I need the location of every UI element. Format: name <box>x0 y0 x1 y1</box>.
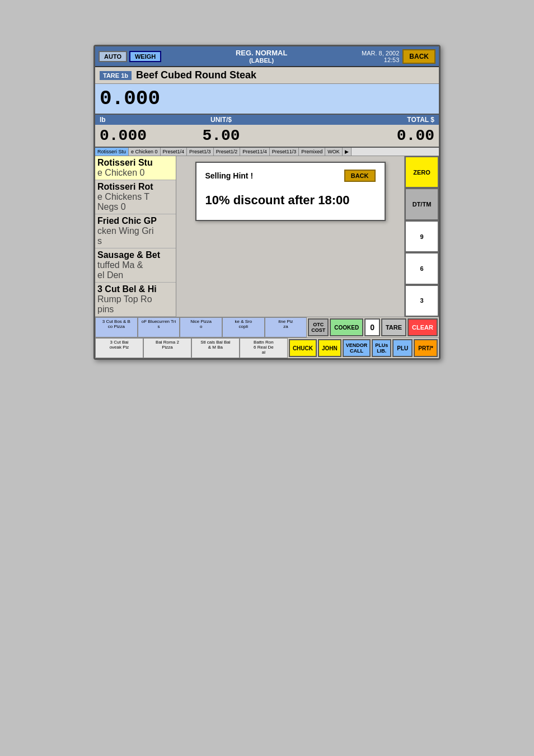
list-item[interactable]: Bal Roma 2Pizza <box>143 338 191 358</box>
list-item[interactable]: Stl cals Bal Bal& M Ba <box>191 338 240 358</box>
back-button-top[interactable]: BACK <box>402 49 435 64</box>
content-area: Rotisseri Stu e Chicken 0 Rotisseri Rot … <box>95 156 439 317</box>
item-name: Rotisseri Rot <box>97 182 174 192</box>
bottom-row-1: 3 Cut Bos & Bco Pizza oF Bluecurren Tris… <box>95 317 439 337</box>
unit-total-header: lb UNIT/$ TOTAL $ <box>95 115 439 125</box>
preset-tab-7[interactable]: Premixed <box>299 148 325 156</box>
unit-total-values: 0.000 5.00 0.00 <box>95 125 439 148</box>
total-value: 0.00 <box>292 127 434 144</box>
bottom-row2-products: 3 Cut Baioveak Piz Bal Roma 2Pizza Stl c… <box>95 338 288 358</box>
item-detail: e Chicken 0 <box>97 168 174 178</box>
preset-tab-2[interactable]: Preset1/4 <box>161 148 188 156</box>
product-name: Beef Cubed Round Steak <box>136 69 434 81</box>
tare-button[interactable]: TARE <box>381 318 406 336</box>
item-name: 3 Cut Bel & Hi <box>97 284 174 294</box>
otc-cost-button[interactable]: OTCCOST <box>308 318 329 336</box>
prt-button[interactable]: PRT/* <box>414 339 438 357</box>
john-button[interactable]: JOHN <box>318 339 341 357</box>
preset-tab-9[interactable]: ▶ <box>343 148 352 156</box>
date-label: MAR. 8, 2002 <box>362 50 399 57</box>
tare-label: TARE 1b <box>100 71 132 80</box>
bottom-row2-action-btns: CHUCK JOHN VENDORCALL PLUsLIB. PLU PRT/* <box>288 338 439 358</box>
list-item[interactable]: itne Pizza <box>265 317 307 337</box>
clear-button[interactable]: CLEAR <box>407 318 438 336</box>
chuck-button[interactable]: CHUCK <box>289 339 317 357</box>
zero-button[interactable]: ZERO <box>405 156 439 188</box>
mode-buttons: AUTO WEIGH <box>99 51 161 62</box>
lb-value: 0.000 <box>100 127 150 144</box>
total-header: TOTAL $ <box>292 116 434 124</box>
preset-tab-6[interactable]: Preset11/3 <box>270 148 299 156</box>
list-item[interactable]: Sausage & Bet tuffed Ma &el Den <box>95 248 176 283</box>
lb-header: lb <box>100 116 150 124</box>
modal-overlay: Selling Hint ! BACK 10% discount after 1… <box>176 156 404 317</box>
right-buttons-column: ZERO DT/TM 9 6 3 <box>404 156 439 317</box>
item-name: Sausage & Bet <box>97 250 174 260</box>
mode-label: REG. NORMAL <box>236 49 287 57</box>
mode-display: REG. NORMAL (LABEL) <box>236 49 287 64</box>
num3-button[interactable]: 3 <box>405 285 439 317</box>
item-detail: cken Wing Gris <box>97 226 174 246</box>
list-item[interactable]: Rotisseri Rot e Chickens TNegs 0 <box>95 180 176 214</box>
list-item[interactable]: 3 Cut Bos & Bco Pizza <box>95 317 138 337</box>
preset-tab-8[interactable]: WOK <box>325 148 343 156</box>
date-time-display: MAR. 8, 2002 12:53 <box>362 50 399 63</box>
num6-button[interactable]: 6 <box>405 252 439 284</box>
dtm-button[interactable]: DT/TM <box>405 188 439 220</box>
list-item[interactable]: 3 Cut Bel & Hi Rump Top Ropins <box>95 283 176 317</box>
bottom-row-2: 3 Cut Baioveak Piz Bal Roma 2Pizza Stl c… <box>95 337 439 358</box>
plu-button[interactable]: PLU <box>392 339 413 357</box>
selling-hint-modal: Selling Hint ! BACK 10% discount after 1… <box>195 162 386 221</box>
time-label: 12:53 <box>362 57 399 63</box>
preset-tab-3[interactable]: Preset1/3 <box>187 148 214 156</box>
cooked-button[interactable]: COOKED <box>330 318 363 336</box>
preset-tab-1[interactable]: e Chicken 0 <box>129 148 161 156</box>
vendor-call-button[interactable]: VENDORCALL <box>343 339 371 357</box>
preset-tab-4[interactable]: Preset1/2 <box>214 148 241 156</box>
item-detail: tuffed Ma &el Den <box>97 260 174 280</box>
modal-content: 10% discount after 18:00 <box>205 187 376 213</box>
top-right: MAR. 8, 2002 12:53 BACK <box>362 49 435 64</box>
item-detail: e Chickens TNegs 0 <box>97 192 174 212</box>
scale-terminal: AUTO WEIGH REG. NORMAL (LABEL) MAR. 8, 2… <box>93 45 441 360</box>
list-item[interactable]: Rotisseri Stu e Chicken 0 <box>95 156 176 180</box>
list-item[interactable]: Fried Chic GP cken Wing Gris <box>95 214 176 248</box>
item-name: Rotisseri Stu <box>97 158 174 168</box>
preset-tab-0[interactable]: Rotisseri Stu <box>95 148 129 156</box>
top-bar: AUTO WEIGH REG. NORMAL (LABEL) MAR. 8, 2… <box>95 46 439 67</box>
list-item[interactable]: oF Bluecurren Tris <box>138 317 180 337</box>
mode-sub-label: (LABEL) <box>236 57 287 64</box>
auto-button[interactable]: AUTO <box>99 51 127 62</box>
modal-title: Selling Hint ! <box>205 171 254 180</box>
unit-header: UNIT/$ <box>150 116 292 124</box>
list-item[interactable]: 3 Cut Baioveak Piz <box>95 338 143 358</box>
modal-back-button[interactable]: BACK <box>344 170 376 182</box>
bottom-row1-action-btns: OTCCOST COOKED 0 TARE CLEAR <box>307 317 439 337</box>
preset-tab-5[interactable]: Preset11/4 <box>240 148 270 156</box>
plus-lib-button[interactable]: PLUsLIB. <box>372 339 391 357</box>
weight-row: 0.000 <box>95 84 439 115</box>
unit-price-value: 5.00 <box>150 127 292 144</box>
num0-button[interactable]: 0 <box>364 318 380 336</box>
num9-button[interactable]: 9 <box>405 220 439 252</box>
list-item[interactable]: Nice Pizzao <box>180 317 222 337</box>
modal-header: Selling Hint ! BACK <box>205 170 376 182</box>
weigh-button[interactable]: WEIGH <box>129 51 161 62</box>
item-detail: Rump Top Ropins <box>97 294 174 314</box>
left-product-list: Rotisseri Stu e Chicken 0 Rotisseri Rot … <box>95 156 176 317</box>
tare-row: TARE 1b Beef Cubed Round Steak <box>95 67 439 84</box>
center-panel: Selling Hint ! BACK 10% discount after 1… <box>176 156 404 317</box>
bottom-row1-products: 3 Cut Bos & Bco Pizza oF Bluecurren Tris… <box>95 317 307 337</box>
item-name: Fried Chic GP <box>97 216 174 226</box>
preset-tabs: Rotisseri Stu e Chicken 0 Preset1/4 Pres… <box>95 148 439 156</box>
tare-weight-display: 0.000 <box>100 87 160 110</box>
list-item[interactable]: Battn Ron6 Real Deal <box>240 338 288 358</box>
list-item[interactable]: ke & Srocopli <box>222 317 265 337</box>
